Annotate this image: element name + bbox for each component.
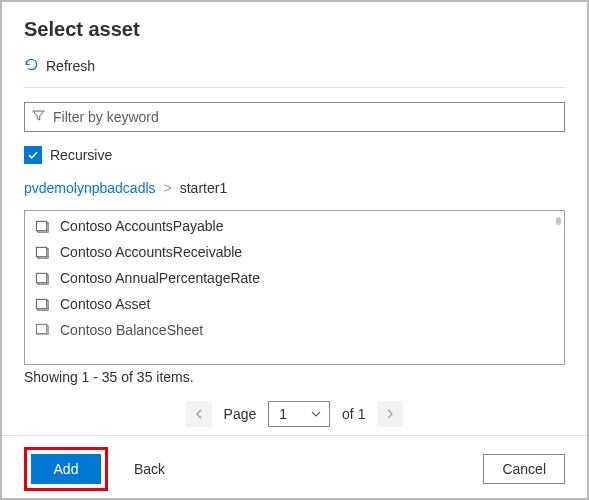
footer-left: Add Back [24, 447, 173, 491]
list-item[interactable]: Contoso BalanceSheet [25, 317, 564, 335]
list-item-label: Contoso AccountsPayable [60, 218, 223, 234]
dialog-title: Select asset [24, 18, 565, 41]
dataset-icon [35, 271, 50, 286]
page-of-text: of 1 [342, 406, 365, 422]
list-item[interactable]: Contoso Asset [25, 291, 564, 317]
chevron-right-icon: > [164, 180, 172, 196]
cancel-button[interactable]: Cancel [483, 454, 565, 484]
dataset-icon [35, 297, 50, 312]
svg-rect-3 [36, 247, 46, 256]
dataset-icon [35, 245, 50, 260]
svg-rect-1 [36, 221, 46, 230]
list-item[interactable]: Contoso AccountsPayable [25, 213, 564, 239]
recursive-checkbox[interactable] [24, 146, 42, 164]
add-button[interactable]: Add [31, 454, 101, 484]
refresh-label: Refresh [46, 58, 95, 74]
page-next-button[interactable] [377, 401, 403, 427]
status-text: Showing 1 - 35 of 35 items. [24, 369, 565, 385]
page-prev-button[interactable] [186, 401, 212, 427]
page-current: 1 [279, 406, 287, 422]
chevron-left-icon [195, 409, 203, 419]
list-item-label: Contoso Asset [60, 296, 150, 312]
refresh-icon [24, 57, 39, 75]
dialog-content: Select asset Refresh [2, 2, 587, 435]
check-icon [27, 149, 39, 161]
svg-rect-7 [36, 299, 46, 308]
scrollbar[interactable] [556, 217, 561, 225]
dataset-icon [35, 322, 50, 335]
breadcrumb-current: starter1 [180, 180, 227, 196]
list-item-label: Contoso AnnualPercentageRate [60, 270, 260, 286]
recursive-label: Recursive [50, 147, 112, 163]
breadcrumb-root-link[interactable]: pvdemolynpbadcadls [24, 180, 156, 196]
svg-rect-9 [36, 324, 46, 333]
select-asset-dialog: Select asset Refresh [0, 0, 589, 500]
chevron-right-icon [386, 409, 394, 419]
page-label: Page [224, 406, 257, 422]
list-item[interactable]: Contoso AccountsReceivable [25, 239, 564, 265]
pager: Page 1 of 1 [24, 401, 565, 427]
divider [24, 87, 565, 88]
dialog-footer: Add Back Cancel [2, 435, 587, 500]
add-button-highlight: Add [24, 447, 108, 491]
page-select[interactable]: 1 [268, 401, 330, 427]
refresh-button[interactable]: Refresh [24, 55, 565, 87]
list-item-label: Contoso AccountsReceivable [60, 244, 242, 260]
recursive-row: Recursive [24, 146, 565, 164]
svg-rect-5 [36, 273, 46, 282]
filter-field [24, 102, 565, 132]
list-item[interactable]: Contoso AnnualPercentageRate [25, 265, 564, 291]
filter-icon [32, 109, 45, 125]
chevron-down-icon [311, 411, 321, 418]
breadcrumb: pvdemolynpbadcadls > starter1 [24, 180, 565, 196]
filter-input[interactable] [24, 102, 565, 132]
dataset-icon [35, 219, 50, 234]
asset-list[interactable]: Contoso AccountsPayable Contoso Accounts… [24, 210, 565, 365]
back-button[interactable]: Back [126, 454, 173, 484]
list-item-label: Contoso BalanceSheet [60, 322, 203, 335]
